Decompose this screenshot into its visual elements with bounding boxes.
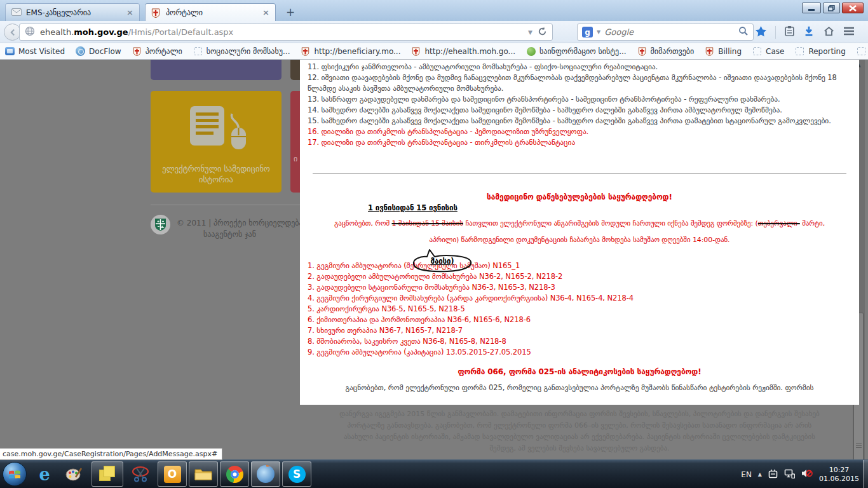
start-button[interactable] — [3, 462, 27, 486]
search-input[interactable] — [604, 27, 735, 37]
form-item: 2. გადაუდებელი ამბულატორიული მომსახურება… — [308, 271, 851, 282]
document-and-mouse-icon — [181, 105, 254, 156]
home-icon[interactable] — [823, 25, 835, 39]
paint-palette-icon — [65, 466, 83, 482]
toolbar-icons — [755, 24, 855, 41]
portal-card-top-right[interactable] — [290, 60, 301, 80]
taskbar: e O — [0, 459, 868, 488]
close-button[interactable] — [842, 3, 864, 13]
bookmark-social-service[interactable]: სოციალური მომსახუ... — [193, 46, 290, 56]
reload-icon[interactable] — [538, 27, 547, 38]
clock-icon — [76, 46, 85, 56]
placeholder-favicon — [753, 47, 761, 55]
navigation-toolbar: ehealth.moh.gov.ge/Hmis/Portal/Default.a… — [0, 21, 868, 43]
downloads-icon[interactable] — [803, 25, 815, 39]
bookmark-billing[interactable]: Billing — [705, 46, 742, 56]
taskbar-outlook[interactable]: O — [158, 461, 187, 487]
taskbar-sticky-notes[interactable] — [92, 461, 123, 487]
bookmarks-bar: Most Visited DocFlow პორტალი სოციალური მ… — [0, 43, 868, 60]
card-electronic-medical-history[interactable]: ელექტრონული სამედიცინო ისტორია — [151, 91, 281, 193]
bookmarks-menu-icon[interactable] — [784, 25, 795, 39]
taskbar-firefox[interactable] — [251, 461, 280, 487]
service-item: 15. სამხედრო ძალებში გასაწვევ მოქალაქეთა… — [308, 116, 851, 126]
taskbar-snipping-tool[interactable] — [127, 461, 154, 487]
urlbar-dropdown-icon[interactable]: ▼ — [528, 29, 532, 36]
back-button[interactable] — [4, 24, 21, 41]
url-bar[interactable]: ehealth.moh.gov.ge/Hmis/Portal/Default.a… — [19, 24, 553, 41]
tab-ems[interactable]: EMS-კანცელარია × — [5, 3, 140, 21]
search-engine-dropdown-icon[interactable]: ▼ — [597, 29, 600, 35]
form-item: 1. გეგმიური ამბულატორია (შესრულებული სამ… — [308, 261, 851, 271]
bookmark-case[interactable]: Case — [752, 46, 784, 56]
georgia-coat-of-arms-icon — [411, 46, 421, 56]
volume-muted-icon[interactable] — [801, 468, 813, 480]
announcement-panel: 11. ფსიქიკური ჯანმრთელობა - ამბულატორიულ… — [300, 60, 859, 405]
google-icon: g — [582, 27, 593, 37]
tab-close-icon[interactable]: × — [126, 8, 133, 17]
taskbar-windows-explorer[interactable] — [189, 461, 218, 487]
bookmark-referrals[interactable]: მიმართვები — [637, 46, 695, 56]
service-item: 16. დიალიზი და თირკმლის ტრანსპლანტაცია -… — [308, 126, 851, 137]
bookmark-ehealth[interactable]: http://ehealth.moh.go... — [411, 46, 515, 56]
bookmark-reporting[interactable]: Reporting — [795, 46, 845, 56]
bookmark-star-icon[interactable] — [755, 25, 767, 39]
bookmark-info-system[interactable]: საინფორმაციო სისტე... — [526, 46, 627, 56]
show-hidden-icons-chevron[interactable]: ▲ — [758, 471, 762, 477]
restore-button[interactable] — [823, 3, 840, 13]
dimmed-paragraph: დანერგვა იგეგმება 2015 წლის განმავლობაში… — [300, 409, 859, 454]
site-globe-icon — [25, 26, 35, 38]
taskbar-paint[interactable] — [62, 461, 85, 487]
form-item: 5. კარდიოქირურგია N36-5, N165-5, N218-5 — [308, 304, 851, 315]
sticky-notes-icon — [99, 466, 116, 482]
struck-dates: 1 მაისიდან 15 მაისის — [391, 219, 463, 227]
service-item: 17. დიალიზი და თირკმლის ტრანსპლანტაცია -… — [308, 137, 851, 148]
service-item: 12. იშვიათი დაავადებების მქონე და მუდმივ… — [308, 72, 851, 94]
action-center-icon[interactable] — [768, 469, 778, 480]
firefox-icon — [257, 465, 275, 483]
handwritten-date-correction: 1 ივნისიდან 15 ივნისის — [368, 203, 851, 214]
form-item: 4. გეგმიური ქირურგიული მომსახურება (გარდ… — [308, 293, 851, 304]
form-item: 9. გეგმიური ამბულატორია (კაპიტაცია) 13.0… — [308, 347, 851, 358]
search-box[interactable]: g ▼ — [577, 24, 754, 41]
notice-paragraph-line1: გაცნობებთ, რომ 1 მაისიდან 15 მაისის ჩათვ… — [308, 217, 851, 230]
bookmark-docflow[interactable]: DocFlow — [76, 46, 121, 56]
chrome-icon — [226, 466, 243, 483]
portal-card-top[interactable] — [151, 60, 281, 80]
status-link-tooltip: case.moh.gov.ge/CaseRegistration/Pages/A… — [0, 448, 222, 460]
taskbar-chrome[interactable] — [220, 461, 249, 487]
taskbar-skype[interactable]: S — [282, 461, 311, 487]
bookmark-beneficiary[interactable]: http://beneficiary.mo... — [301, 46, 400, 56]
window-controls — [802, 3, 864, 13]
struck-month: თებერვალი- — [758, 219, 800, 227]
forms-list: 1. გეგმიური ამბულატორია (შესრულებული სამ… — [308, 261, 851, 358]
bookmark-attendance-control[interactable]: დასწრების კონტრო... — [857, 46, 868, 56]
speed-dial-icon — [5, 47, 15, 55]
form-item: 3. გადაუდებელი სტაციონარული მომსახურება … — [308, 282, 851, 293]
taskbar-internet-explorer[interactable]: e — [33, 461, 56, 487]
copyright-text: © 2011 | პროექტი ხორციელდება სააგენტოს ჯ… — [177, 217, 300, 240]
snipping-tool-icon — [131, 466, 150, 482]
skype-icon: S — [288, 466, 306, 483]
language-indicator[interactable]: EN — [741, 470, 752, 479]
tab-label: EMS-კანცელარია — [26, 8, 122, 17]
windows-flag-icon — [9, 470, 20, 479]
notice2-paragraph-line1: გაცნობებთ, რომ ელექტრონული ფორმა 025, რო… — [308, 383, 851, 393]
toolbar-separator — [775, 26, 776, 39]
bookmark-most-visited[interactable]: Most Visited — [5, 46, 65, 56]
network-icon[interactable] — [784, 469, 795, 480]
page-content: ელექტრონული სამედიცინო ისტორია ი © 2011 … — [0, 60, 868, 459]
url-text: ehealth.moh.gov.ge/Hmis/Portal/Default.a… — [40, 27, 523, 37]
bookmark-portal[interactable]: პორტალი — [132, 46, 182, 56]
new-tab-button[interactable]: + — [282, 5, 299, 19]
show-desktop-button[interactable] — [863, 460, 868, 488]
georgia-coat-of-arms-icon — [151, 8, 161, 17]
minimize-button[interactable] — [802, 3, 821, 13]
handwritten-circled-correction: მაისი) — [409, 248, 475, 274]
tab-close-icon[interactable]: × — [262, 8, 269, 17]
menu-hamburger-icon[interactable] — [843, 27, 855, 37]
georgia-coat-of-arms-icon — [301, 46, 310, 56]
clock[interactable]: 10:27 01.06.2015 — [819, 466, 859, 484]
card-red-partial[interactable]: ი — [290, 91, 301, 193]
search-magnifier-icon[interactable] — [738, 26, 749, 38]
tab-portal[interactable]: პორტალი × — [145, 3, 276, 21]
